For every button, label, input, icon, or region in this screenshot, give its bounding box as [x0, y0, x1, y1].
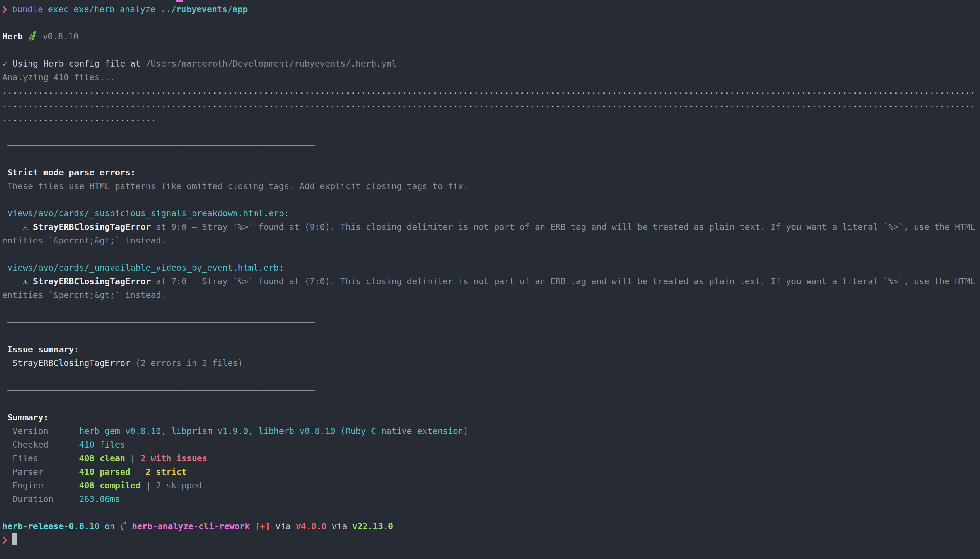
text-segment: at 7:0 – Stray `%>` found at (7:0). This… [151, 276, 975, 286]
progress-dots-line: ........................................… [2, 98, 980, 111]
text-segment: analyze [120, 4, 156, 14]
text-segment: views/avo/cards/_suspicious_signals_brea… [2, 208, 284, 218]
issue-summary-heading: Issue summary: [2, 343, 980, 356]
text-segment: herb-analyze-cli-rework [132, 521, 250, 531]
text-segment [7, 4, 12, 14]
text-segment: views/avo/cards/_unavailable_videos_by_e… [2, 263, 279, 273]
text-segment: | [131, 467, 146, 477]
summary-row-parser: Parser 410 parsed | 2 strict [2, 465, 980, 479]
blank-line [2, 152, 980, 166]
text-segment [2, 222, 23, 232]
horizontal-divider: ────────────────────────────────────────… [2, 140, 315, 150]
text-segment: These files use HTML patterns like omitt… [2, 181, 468, 191]
text-segment: via [270, 521, 296, 531]
progress-dots: ........................................… [2, 99, 975, 109]
text-segment: exec [48, 4, 69, 14]
summary-row-engine: Engine 408 compiled | 2 skipped [2, 479, 980, 492]
text-segment [2, 276, 23, 286]
error-detail: ⚠ StrayERBClosingTagError at 9:0 – Stray… [2, 220, 980, 234]
horizontal-divider: ────────────────────────────────────────… [2, 317, 315, 327]
text-segment: StrayERBClosingTagError [2, 358, 136, 368]
text-segment: StrayERBClosingTagError [33, 222, 151, 232]
text-segment: v4.0.0 [296, 521, 326, 531]
strict-errors-heading: Strict mode parse errors: [2, 166, 980, 179]
text-segment: | [141, 480, 156, 490]
summary-row-duration: Duration 263.06ms [2, 492, 980, 506]
terminal[interactable]: bundle exec exe/herb analyze ../rubyeven… [0, 0, 980, 559]
command-line: bundle exec exe/herb analyze ../rubyeven… [2, 3, 980, 16]
blank-line [2, 125, 980, 139]
text-segment: Checked [2, 440, 79, 450]
previous-line-fragment [176, 0, 183, 2]
analyzing-line: Analyzing 410 files... [2, 71, 980, 84]
text-segment [156, 4, 161, 14]
blank-line [2, 329, 980, 343]
text-segment: Using Herb config file at [12, 59, 146, 69]
text-segment: 408 clean [79, 453, 125, 463]
terminal-output: bundle exec exe/herb analyze ../rubyeven… [2, 3, 980, 547]
text-segment: Summary: [2, 412, 48, 422]
text-segment: 2 with issues [141, 453, 207, 463]
prompt-chevron-icon [2, 533, 7, 547]
blank-line [2, 248, 980, 261]
issue-summary-entry: StrayERBClosingTagError (2 errors in 2 f… [2, 356, 980, 370]
text-segment: Engine [2, 480, 79, 490]
strict-errors-description: These files use HTML patterns like omitt… [2, 179, 980, 193]
summary-row-files: Files 408 clean | 2 with issues [2, 452, 980, 465]
config-line: ✓ Using Herb config file at /Users/marco… [2, 57, 980, 71]
text-segment: : [279, 263, 284, 273]
error-file-path: views/avo/cards/_suspicious_signals_brea… [2, 207, 980, 220]
text-segment [250, 521, 255, 531]
blank-line [2, 506, 980, 519]
herb-leaf-icon [28, 30, 37, 43]
text-segment: 408 compiled [79, 480, 141, 490]
text-segment: Strict mode parse errors: [2, 167, 136, 177]
text-segment [28, 276, 33, 286]
text-segment [127, 521, 132, 531]
text-segment: on [99, 521, 120, 531]
text-segment: Parser [2, 467, 79, 477]
summary-row-version: Version herb gem v0.8.10, libprism v1.9.… [2, 424, 980, 438]
error-detail-wrap: entities `&percnt;&gt;` instead. [2, 288, 980, 302]
progress-dots: ........................................… [2, 86, 975, 96]
text-segment: : [284, 208, 289, 218]
text-segment [28, 222, 33, 232]
divider-line: ────────────────────────────────────────… [2, 316, 980, 329]
text-segment: 2 skipped [156, 480, 202, 490]
text-segment: via [327, 521, 352, 531]
divider-line: ────────────────────────────────────────… [2, 384, 980, 397]
text-segment: Herb [2, 31, 23, 41]
text-segment [43, 4, 48, 14]
text-segment: v0.8.10 [43, 31, 78, 41]
blank-line [2, 43, 980, 57]
blank-line [2, 302, 980, 316]
text-segment [7, 535, 12, 545]
error-detail: ⚠ StrayERBClosingTagError at 7:0 – Stray… [2, 275, 980, 288]
text-segment: Files [2, 453, 79, 463]
text-segment: /Users/marcoroth/Development/rubyevents/… [146, 59, 397, 69]
text-segment [23, 31, 28, 41]
text-segment: StrayERBClosingTagError [33, 276, 151, 286]
text-segment: ⚠ [23, 222, 28, 232]
prompt-chevron-icon [2, 3, 7, 16]
text-segment: | [125, 453, 141, 463]
text-segment: at 9:0 – Stray `%>` found at (9:0). This… [151, 222, 975, 232]
herb-version-line: Herb v0.8.10 [2, 30, 980, 43]
blank-line [2, 193, 980, 207]
terminal-cursor[interactable] [12, 534, 17, 546]
text-segment: Version [2, 426, 79, 436]
blank-line [2, 16, 980, 30]
text-segment: 263.06ms [79, 494, 120, 504]
text-segment: Analyzing 410 files... [2, 72, 115, 82]
text-segment: (2 errors in 2 files) [136, 358, 243, 368]
text-segment: exe/herb [74, 4, 115, 14]
text-segment: v22.13.0 [352, 521, 393, 531]
text-segment: ✓ [2, 59, 7, 69]
text-segment: Issue summary: [2, 344, 79, 354]
text-segment: herb-release-0.8.10 [2, 521, 99, 531]
blank-line [2, 370, 980, 384]
shell-input-line [2, 533, 980, 547]
text-segment: [+] [255, 521, 270, 531]
horizontal-divider: ────────────────────────────────────────… [2, 385, 315, 395]
blank-line [2, 397, 980, 411]
